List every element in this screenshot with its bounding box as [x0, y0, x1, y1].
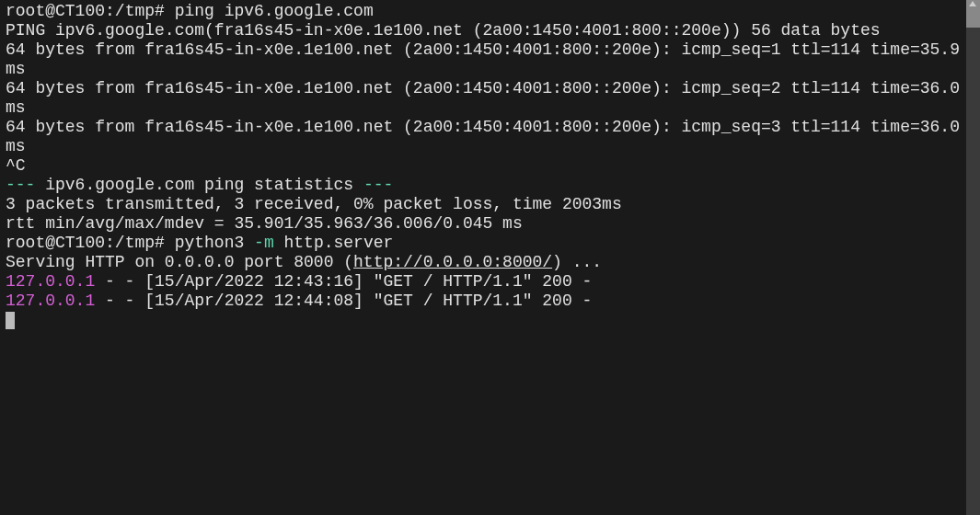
stats-separator: ---: [6, 176, 45, 194]
ping-header: PING ipv6.google.com(fra16s45-in-x0e.1e1…: [6, 21, 881, 40]
ping-reply: 64 bytes from fra16s45-in-x0e.1e100.net …: [6, 79, 966, 117]
access-log-line: - - [15/Apr/2022 12:43:16] "GET / HTTP/1…: [95, 272, 592, 291]
command-python-tail: http.server: [274, 234, 394, 252]
command-python: python3: [175, 234, 254, 252]
stats-title: ipv6.google.com ping statistics: [45, 176, 353, 194]
terminal-output[interactable]: root@CT100:/tmp# ping ipv6.google.com PI…: [0, 0, 966, 515]
access-log-ip: 127.0.0.1: [6, 272, 95, 291]
prompt-user: root@CT100: [6, 234, 105, 252]
command-flag: -m: [254, 234, 274, 252]
server-serving-pre: Serving HTTP on 0.0.0.0 port 8000 (: [6, 253, 353, 271]
terminal-cursor: [6, 312, 15, 329]
access-log-ip: 127.0.0.1: [6, 292, 95, 310]
stats-packets: 3 packets transmitted, 3 received, 0% pa…: [6, 195, 622, 213]
prompt-path: :/tmp#: [105, 234, 175, 252]
scrollbar-thumb[interactable]: [966, 0, 980, 28]
command-ping: ping ipv6.google.com: [175, 2, 374, 20]
prompt-path: :/tmp#: [105, 2, 175, 20]
stats-separator: ---: [353, 176, 393, 194]
ping-reply: 64 bytes from fra16s45-in-x0e.1e100.net …: [6, 118, 966, 155]
access-log-line: - - [15/Apr/2022 12:44:08] "GET / HTTP/1…: [95, 292, 592, 310]
ping-reply: 64 bytes from fra16s45-in-x0e.1e100.net …: [6, 40, 966, 78]
stats-rtt: rtt min/avg/max/mdev = 35.901/35.963/36.…: [6, 214, 523, 233]
server-serving-post: ) ...: [552, 253, 602, 271]
prompt-user: root@CT100: [6, 2, 105, 20]
server-url[interactable]: http://0.0.0.0:8000/: [353, 253, 552, 271]
vertical-scrollbar[interactable]: [966, 0, 980, 515]
interrupt-signal: ^C: [6, 156, 26, 175]
